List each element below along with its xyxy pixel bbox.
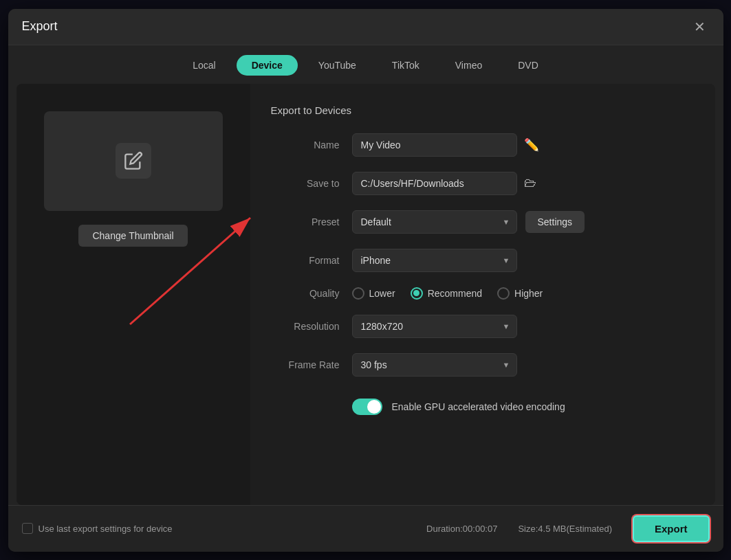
modal-overlay: Export ✕ Local Device YouTube TikTok Vim… [0,0,731,560]
quality-recommend-radio[interactable] [411,287,423,300]
last-settings-checkbox[interactable] [22,523,33,534]
preset-select-wrapper: Default Custom ▼ [352,210,517,234]
format-row: Format iPhone Android iPad ▼ [271,249,681,272]
thumbnail-preview[interactable] [44,111,223,211]
footer: Use last export settings for device Dura… [8,505,723,552]
quality-higher-label: Higher [514,288,543,299]
gpu-label: Enable GPU accelerated video encoding [392,401,565,412]
settings-button[interactable]: Settings [525,211,585,233]
duration-info: Duration:00:00:07 [426,524,497,534]
quality-recommend-radio-inner [413,290,419,296]
size-info: Size:4.5 MB(Estimated) [518,524,612,534]
footer-right: Duration:00:00:07 Size:4.5 MB(Estimated)… [426,515,709,542]
quality-group: Lower Recommend Higher [352,287,543,300]
format-select-wrapper: iPhone Android iPad ▼ [352,249,517,272]
resolution-select-wrapper: 1280x720 1920x1080 640x480 ▼ [352,315,517,338]
footer-left: Use last export settings for device [22,523,173,534]
tabs-bar: Local Device YouTube TikTok Vimeo DVD [8,45,723,84]
quality-recommend[interactable]: Recommend [411,287,482,300]
format-select[interactable]: iPhone Android iPad [352,249,517,272]
preset-row: Preset Default Custom ▼ Settings [271,210,681,234]
close-button[interactable]: ✕ [690,17,710,36]
name-label: Name [271,139,340,150]
quality-recommend-label: Recommend [428,288,482,299]
gpu-toggle[interactable] [352,399,382,415]
quality-row: Quality Lower Recommend [271,287,681,300]
toggle-knob [367,400,381,414]
frame-rate-select-wrapper: 30 fps 24 fps 60 fps ▼ [352,353,517,377]
export-modal: Export ✕ Local Device YouTube TikTok Vim… [8,9,723,552]
title-bar: Export ✕ [8,9,723,45]
last-settings-label: Use last export settings for device [39,524,173,534]
resolution-label: Resolution [271,321,340,332]
quality-lower[interactable]: Lower [352,287,395,300]
frame-rate-select[interactable]: 30 fps 24 fps 60 fps [352,353,517,377]
quality-higher-radio[interactable] [497,287,510,300]
tab-vimeo[interactable]: Vimeo [440,55,497,76]
save-to-row: Save to 🗁 [271,172,681,195]
right-panel: Export to Devices Name ✏️ Save to 🗁 Pres… [250,84,715,505]
preset-select[interactable]: Default Custom [352,210,517,234]
format-label: Format [271,255,340,266]
folder-icon[interactable]: 🗁 [524,176,536,190]
resolution-row: Resolution 1280x720 1920x1080 640x480 ▼ [271,315,681,338]
save-to-input[interactable] [352,172,517,195]
tab-youtube[interactable]: YouTube [303,55,371,76]
modal-title: Export [22,19,58,34]
tab-local[interactable]: Local [177,55,230,76]
save-to-label: Save to [271,178,340,189]
name-row: Name ✏️ [271,133,681,157]
change-thumbnail-button[interactable]: Change Thumbnail [78,225,187,247]
export-button[interactable]: Export [633,515,710,542]
frame-rate-label: Frame Rate [271,359,340,370]
tab-device[interactable]: Device [237,55,298,76]
preset-label: Preset [271,216,340,227]
left-panel: Change Thumbnail [17,84,250,505]
quality-lower-radio[interactable] [352,287,364,300]
tab-dvd[interactable]: DVD [503,55,554,76]
tab-tiktok[interactable]: TikTok [377,55,435,76]
section-title: Export to Devices [271,104,681,116]
resolution-select[interactable]: 1280x720 1920x1080 640x480 [352,315,517,338]
gpu-row: Enable GPU accelerated video encoding [352,399,681,415]
main-content: Change Thumbnail Export to Devices Name [17,84,715,505]
last-settings-checkbox-label[interactable]: Use last export settings for device [22,523,173,534]
ai-icon[interactable]: ✏️ [524,137,539,153]
quality-higher[interactable]: Higher [497,287,543,300]
name-input[interactable] [352,133,517,157]
quality-label: Quality [271,288,340,299]
quality-lower-label: Lower [369,288,395,299]
thumbnail-icon [116,143,151,179]
frame-rate-row: Frame Rate 30 fps 24 fps 60 fps ▼ [271,353,681,377]
